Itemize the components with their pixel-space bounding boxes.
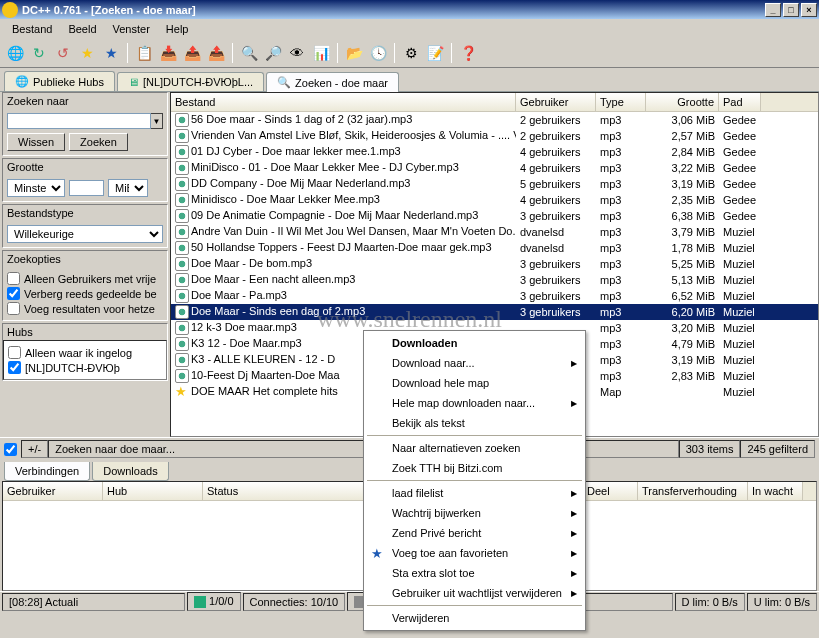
ctx-queue[interactable]: Wachtrij bijwerken — [366, 503, 583, 523]
ctx-filelist[interactable]: laad filelist — [366, 483, 583, 503]
ctx-download-to[interactable]: Download naar... — [366, 353, 583, 373]
music-icon — [175, 369, 189, 383]
status-dlim: D lim: 0 B/s — [675, 593, 745, 611]
hub-only-logged[interactable] — [8, 346, 21, 359]
minimize-button[interactable]: _ — [765, 3, 781, 17]
opt-merge-results[interactable] — [7, 302, 20, 315]
search-spy-icon[interactable]: 👁 — [286, 42, 308, 64]
tcol-user[interactable]: Gebruiker — [3, 482, 103, 500]
music-icon — [175, 113, 189, 127]
ctx-download-dir-to[interactable]: Hele map downloaden naar... — [366, 393, 583, 413]
star-icon: ★ — [371, 546, 383, 561]
ctx-download-dir[interactable]: Download hele map — [366, 373, 583, 393]
table-row[interactable]: Andre Van Duin - Il Wil Met Jou Wel Dans… — [171, 224, 818, 240]
options-panel-title: Zoekopties — [3, 251, 167, 267]
fav-hubs-icon[interactable]: ★ — [76, 42, 98, 64]
size-mode-select[interactable]: Minstens — [7, 179, 65, 197]
tcol-hub[interactable]: Hub — [103, 482, 203, 500]
tab-connections[interactable]: Verbindingen — [4, 462, 90, 481]
opt-hide-shared[interactable] — [7, 287, 20, 300]
recent-icon[interactable]: 🕓 — [367, 42, 389, 64]
refresh-icon[interactable]: ↻ — [28, 42, 50, 64]
table-row[interactable]: 56 Doe maar - Sinds 1 dag of 2 (32 jaar)… — [171, 112, 818, 128]
finished-ul-icon[interactable]: 📤 — [205, 42, 227, 64]
notepad-icon[interactable]: 📝 — [424, 42, 446, 64]
ctx-pm[interactable]: Zend Privé bericht — [366, 523, 583, 543]
fav-users-icon[interactable]: ★ — [100, 42, 122, 64]
status-ulim: U lim: 0 B/s — [747, 593, 817, 611]
tcol-wait[interactable]: In wacht — [748, 482, 803, 500]
finished-dl-icon[interactable]: 📥 — [157, 42, 179, 64]
search-dropdown[interactable]: ▼ — [151, 113, 163, 129]
col-file[interactable]: Bestand — [171, 93, 516, 111]
title-bar: DC++ 0.761 - [Zoeken - doe maar] _ □ × — [0, 0, 819, 19]
ctx-download[interactable]: Downloaden — [366, 333, 583, 353]
menu-file[interactable]: Bestand — [4, 21, 60, 37]
ctx-slot[interactable]: Sta extra slot toe — [366, 563, 583, 583]
status-slots: 1/0/0 — [187, 592, 241, 611]
table-row[interactable]: Doe Maar - Een nacht alleen.mp33 gebruik… — [171, 272, 818, 288]
table-row[interactable]: Doe Maar - De bom.mp33 gebruikersmp35,25… — [171, 256, 818, 272]
search-icon[interactable]: 🔍 — [238, 42, 260, 64]
sidebar: Zoeken naar ▼ Wissen Zoeken Grootte Mins… — [0, 92, 170, 437]
search-input[interactable] — [7, 113, 151, 129]
ctx-delete[interactable]: Verwijderen — [366, 608, 583, 628]
col-type[interactable]: Type — [596, 93, 646, 111]
star-icon: ★ — [175, 385, 189, 399]
hub-item[interactable] — [8, 361, 21, 374]
table-row[interactable]: 50 Hollandse Toppers - Feest DJ Maarten-… — [171, 240, 818, 256]
reconnect-icon[interactable]: ↺ — [52, 42, 74, 64]
music-icon — [175, 161, 189, 175]
size-value-input[interactable] — [69, 180, 104, 196]
table-row[interactable]: Vrienden Van Amstel Live Bløf, Skik, Hei… — [171, 128, 818, 144]
table-row[interactable]: Minidisco - Doe Maar Lekker Mee.mp34 geb… — [171, 192, 818, 208]
ctx-view-text[interactable]: Bekijk als tekst — [366, 413, 583, 433]
filetype-select[interactable]: Willekeurige — [7, 225, 163, 243]
toolbar: 🌐 ↻ ↺ ★ ★ 📋 📥 📤 📤 🔍 🔎 👁 📊 📂 🕓 ⚙ 📝 ❓ — [0, 38, 819, 68]
search-button[interactable]: Zoeken — [69, 133, 128, 151]
menu-window[interactable]: Venster — [105, 21, 158, 37]
table-row[interactable]: 09 De Animatie Compagnie - Doe Mij Maar … — [171, 208, 818, 224]
hubs-panel-title: Hubs — [3, 324, 167, 340]
ctx-alternatives[interactable]: Naar alternatieven zoeken — [366, 438, 583, 458]
settings-icon[interactable]: ⚙ — [400, 42, 422, 64]
tab-public-hubs[interactable]: 🌐Publieke Hubs — [4, 71, 115, 91]
col-size[interactable]: Grootte — [646, 93, 719, 111]
filter-toggle[interactable]: +/- — [21, 440, 48, 458]
network-stats-icon[interactable]: 📊 — [310, 42, 332, 64]
tab-downloads[interactable]: Downloads — [92, 462, 168, 481]
table-row[interactable]: MiniDisco - 01 - Doe Maar Lekker Mee - D… — [171, 160, 818, 176]
tcol-ratio[interactable]: Transferverhouding — [638, 482, 748, 500]
tab-hub[interactable]: 🖥[NL]DUTCH-ÐVЮþL... — [117, 72, 264, 91]
ctx-fav[interactable]: ★Voeg toe aan favorieten — [366, 543, 583, 563]
adl-search-icon[interactable]: 🔎 — [262, 42, 284, 64]
col-path[interactable]: Pad — [719, 93, 761, 111]
table-row[interactable]: DD Company - Doe Mij Maar Nederland.mp35… — [171, 176, 818, 192]
music-icon — [175, 193, 189, 207]
opt-free-slots[interactable] — [7, 272, 20, 285]
music-icon — [175, 209, 189, 223]
open-filelist-icon[interactable]: 📂 — [343, 42, 365, 64]
ctx-remove-user[interactable]: Gebruiker uit wachtlijst verwijderen — [366, 583, 583, 603]
upload-queue-icon[interactable]: 📤 — [181, 42, 203, 64]
maximize-button[interactable]: □ — [783, 3, 799, 17]
menu-view[interactable]: Beeld — [60, 21, 104, 37]
col-user[interactable]: Gebruiker — [516, 93, 596, 111]
table-row[interactable]: Doe Maar - Sinds een dag of 2.mp33 gebru… — [171, 304, 818, 320]
table-row[interactable]: Doe Maar - Pa.mp33 gebruikersmp36,52 MiB… — [171, 288, 818, 304]
ctx-tth[interactable]: Zoek TTH bij Bitzi.com — [366, 458, 583, 478]
queue-icon[interactable]: 📋 — [133, 42, 155, 64]
clear-button[interactable]: Wissen — [7, 133, 65, 151]
filter-toggle-check[interactable] — [4, 443, 17, 456]
globe-icon[interactable]: 🌐 — [4, 42, 26, 64]
tcol-part[interactable]: Deel — [583, 482, 638, 500]
app-icon — [2, 2, 18, 18]
table-row[interactable]: 01 DJ Cyber - Doe maar lekker mee.1.mp34… — [171, 144, 818, 160]
menu-help[interactable]: Help — [158, 21, 197, 37]
status-time: [08:28] Actuali — [2, 593, 185, 611]
help-icon[interactable]: ❓ — [457, 42, 479, 64]
music-icon — [175, 273, 189, 287]
tab-search[interactable]: 🔍Zoeken - doe maar — [266, 72, 399, 92]
close-button[interactable]: × — [801, 3, 817, 17]
size-unit-select[interactable]: MiB — [108, 179, 148, 197]
